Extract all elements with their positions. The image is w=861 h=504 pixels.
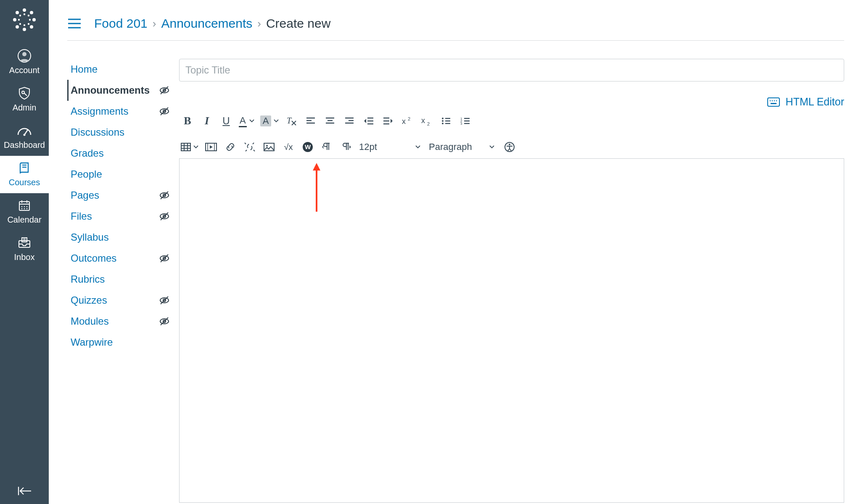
rce-content-area[interactable]: [179, 158, 844, 503]
global-nav-account[interactable]: Account: [0, 44, 49, 81]
svg-point-64: [769, 100, 771, 101]
align-right-button[interactable]: [341, 113, 358, 129]
clear-formatting-button[interactable]: T: [283, 113, 300, 129]
svg-point-12: [19, 15, 21, 16]
eye-off-icon: [159, 211, 170, 222]
svg-point-67: [776, 100, 777, 101]
indent-button[interactable]: [380, 113, 396, 129]
course-nav-assignments[interactable]: Assignments: [67, 101, 172, 122]
course-nav-quizzes[interactable]: Quizzes: [67, 290, 172, 311]
background-color-button[interactable]: A: [259, 113, 281, 129]
svg-point-4: [16, 11, 19, 14]
announcement-editor: HTML Editor B I U A A T x2 x2 123: [179, 59, 844, 503]
global-nav-label: Admin: [0, 103, 49, 113]
global-nav-dashboard[interactable]: Dashboard: [0, 118, 49, 156]
svg-point-18: [22, 91, 24, 94]
course-nav-outcomes[interactable]: Outcomes: [67, 248, 172, 269]
course-nav-grades[interactable]: Grades: [67, 143, 172, 164]
course-nav-discussions[interactable]: Discussions: [67, 122, 172, 143]
bold-button[interactable]: B: [179, 113, 196, 129]
chevron-right-icon: ›: [257, 17, 261, 30]
breadcrumb-current: Create new: [266, 16, 330, 31]
book-icon: [0, 160, 49, 176]
svg-point-29: [26, 206, 28, 207]
svg-text:W: W: [305, 143, 311, 150]
global-nav-courses[interactable]: Courses: [0, 156, 49, 193]
svg-rect-34: [22, 238, 27, 242]
global-nav-admin[interactable]: Admin: [0, 81, 49, 118]
breadcrumb: Food 201 › Announcements › Create new: [67, 11, 844, 36]
global-nav-sidebar: Account Admin Dashboard Courses Calendar…: [0, 0, 49, 504]
svg-line-112: [254, 150, 255, 151]
svg-text:3: 3: [460, 122, 462, 125]
font-size-select[interactable]: 12pt: [357, 139, 425, 155]
course-nav-pages[interactable]: Pages: [67, 185, 172, 206]
caret-down-icon: [249, 119, 254, 123]
svg-point-28: [24, 206, 25, 207]
unlink-button[interactable]: [241, 139, 258, 155]
numbered-list-button[interactable]: 123: [457, 113, 474, 129]
course-nav-syllabus[interactable]: Syllabus: [67, 227, 172, 248]
italic-button[interactable]: I: [198, 113, 215, 129]
calendar-icon: [0, 197, 49, 213]
svg-rect-115: [264, 143, 274, 151]
media-button[interactable]: [203, 139, 219, 155]
superscript-button[interactable]: x2: [399, 113, 416, 129]
underline-button[interactable]: U: [218, 113, 235, 129]
chevron-right-icon: ›: [153, 17, 156, 30]
eye-off-icon: [159, 106, 170, 117]
rce-toolbar: B I U A A T x2 x2 123 √x: [179, 113, 844, 158]
course-menu-toggle-icon[interactable]: [67, 18, 82, 29]
breadcrumb-course-link[interactable]: Food 201: [94, 16, 148, 31]
svg-point-6: [16, 25, 19, 29]
caret-down-icon: [415, 145, 420, 149]
accessibility-checker-button[interactable]: [501, 139, 518, 155]
table-button[interactable]: [179, 139, 200, 155]
svg-point-8: [24, 13, 25, 15]
warpwire-icon[interactable]: W: [299, 139, 316, 155]
svg-text:2: 2: [408, 116, 410, 121]
course-nav-rubrics[interactable]: Rubrics: [67, 269, 172, 290]
svg-point-65: [771, 100, 773, 101]
global-nav-label: Courses: [0, 178, 49, 187]
eye-off-icon: [159, 253, 170, 264]
topic-title-input[interactable]: [179, 59, 844, 81]
ltr-button[interactable]: [319, 139, 335, 155]
global-nav-inbox[interactable]: Inbox: [0, 231, 49, 268]
outdent-button[interactable]: [360, 113, 377, 129]
align-left-button[interactable]: [302, 113, 319, 129]
svg-point-15: [28, 23, 29, 25]
svg-point-9: [24, 24, 25, 26]
svg-point-7: [30, 25, 33, 29]
block-format-select[interactable]: Paragraph: [427, 139, 499, 155]
svg-rect-68: [771, 103, 776, 104]
link-button[interactable]: [222, 139, 239, 155]
svg-point-10: [18, 19, 20, 21]
bullet-list-button[interactable]: [438, 113, 454, 129]
course-nav-modules[interactable]: Modules: [67, 311, 172, 332]
global-nav-calendar[interactable]: Calendar: [0, 193, 49, 231]
svg-point-92: [442, 120, 444, 122]
caret-down-icon: [193, 145, 198, 149]
svg-point-27: [21, 206, 23, 207]
breadcrumb-section-link[interactable]: Announcements: [161, 16, 252, 31]
keyboard-shortcuts-icon[interactable]: [767, 97, 780, 107]
html-editor-toggle[interactable]: HTML Editor: [786, 96, 844, 108]
subscript-button[interactable]: x2: [418, 113, 435, 129]
text-color-button[interactable]: A: [237, 113, 256, 129]
global-nav-label: Calendar: [0, 215, 49, 225]
course-nav-announcements[interactable]: Announcements: [67, 80, 172, 101]
svg-point-14: [19, 23, 21, 25]
svg-point-31: [24, 208, 25, 210]
collapse-global-nav-button[interactable]: [0, 486, 49, 496]
equation-button[interactable]: √x: [280, 139, 297, 155]
global-nav-label: Inbox: [0, 252, 49, 262]
align-center-button[interactable]: [322, 113, 338, 129]
course-nav-people[interactable]: People: [67, 164, 172, 185]
course-nav-files[interactable]: Files: [67, 206, 172, 227]
course-nav-warpwire[interactable]: Warpwire: [67, 332, 172, 353]
svg-point-30: [21, 208, 23, 210]
rtl-button[interactable]: [338, 139, 355, 155]
image-button[interactable]: [261, 139, 277, 155]
course-nav-home[interactable]: Home: [67, 59, 172, 80]
